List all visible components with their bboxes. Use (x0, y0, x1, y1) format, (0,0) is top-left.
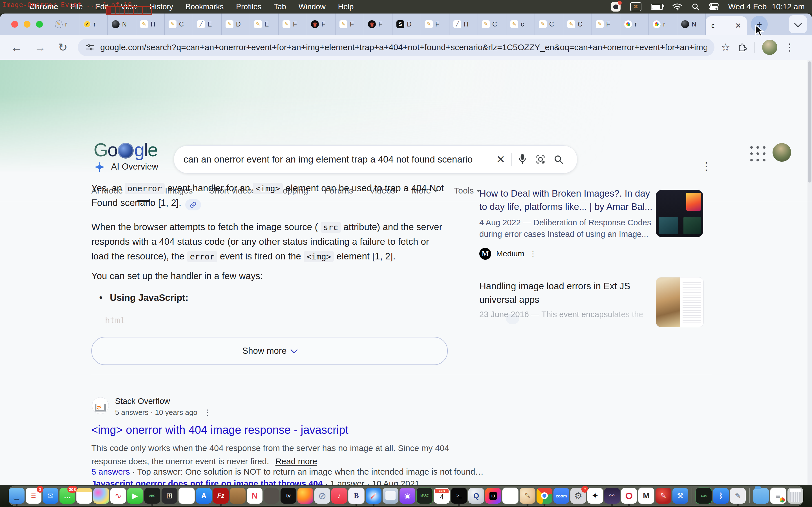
dock-apple-tv-icon[interactable]: tv (281, 488, 296, 504)
dock-cat-app-icon[interactable]: ^^ (604, 488, 620, 504)
dock-gray-pencil-app-icon[interactable]: ✎ (730, 488, 746, 504)
spotlight-icon[interactable] (692, 0, 700, 13)
tab-tools[interactable]: Tools (454, 186, 480, 202)
dock-tooth-app-icon[interactable]: M (638, 488, 654, 504)
dock-terminal-2-icon[interactable]: MARC (416, 488, 433, 504)
dock-inkscape-icon[interactable]: ✦ (587, 488, 603, 504)
pinned-tab-22[interactable]: r (649, 13, 677, 35)
dock-quicktime-icon[interactable]: Q (468, 488, 484, 504)
minimize-window-button[interactable] (24, 21, 31, 27)
wifi-icon[interactable] (672, 0, 682, 13)
menubar-clock[interactable]: Wed 4 Feb10:12 am (728, 2, 805, 11)
result-menu-icon[interactable]: ⋮ (204, 408, 211, 417)
dock-facetime-icon[interactable]: ▶ (127, 488, 143, 504)
dock-podcasts-icon[interactable]: ◉ (400, 488, 415, 504)
pinned-tab-17[interactable]: ✎c (506, 13, 535, 35)
dock-firefox-icon[interactable] (297, 488, 313, 504)
dock-textedit-icon[interactable] (179, 488, 195, 504)
menu-tab[interactable]: Tab (274, 3, 286, 11)
result-title-link[interactable]: <img> onerror with 404 image response - … (91, 424, 349, 436)
card-menu-icon[interactable]: ⋮ (529, 249, 537, 258)
pinned-tab-13[interactable]: SD (393, 13, 421, 35)
dock-app-store-icon[interactable]: A (196, 488, 212, 504)
dock-music-icon[interactable]: ♪ (331, 488, 347, 504)
dock-apple-news-icon[interactable]: N (247, 488, 262, 504)
dock-messages-icon[interactable]: …208 (59, 488, 75, 504)
source-name[interactable]: Medium (496, 249, 524, 258)
dock-filezilla-icon[interactable]: Fz (213, 488, 229, 504)
pinned-tab-19[interactable]: ✎C (563, 13, 592, 35)
dock-chrome-icon[interactable] (537, 488, 552, 504)
menu-window[interactable]: Window (299, 3, 326, 11)
dock-doc-stack-icon[interactable]: ≣ (770, 488, 786, 504)
search-query-text[interactable]: can an onerror event for an img element … (184, 154, 492, 165)
extensions-icon[interactable] (738, 43, 747, 52)
keyboard-icon[interactable]: ⌘ (630, 2, 642, 11)
dock-calculator-icon[interactable]: ⊞ (161, 488, 177, 504)
address-bar[interactable]: google.com/search?q=can+an+onerror+event… (78, 39, 714, 56)
close-tab-icon[interactable]: ✕ (735, 21, 741, 30)
url-text[interactable]: google.com/search?q=can+an+onerror+event… (100, 43, 707, 52)
dock-mail-icon[interactable]: ✉ (43, 488, 58, 504)
maximize-window-button[interactable] (36, 21, 43, 27)
dock-intellij-icon[interactable]: IJ (485, 488, 501, 504)
forward-button[interactable]: → (35, 41, 46, 54)
source-card-thumbnail[interactable] (656, 277, 704, 327)
google-account-avatar[interactable] (772, 143, 791, 162)
dock-iterm-icon[interactable]: >_ (451, 488, 467, 504)
pinned-tab-11[interactable]: ✎F (336, 13, 364, 35)
scrollbar[interactable] (808, 60, 812, 485)
dock-bluetooth-exchange-icon[interactable]: ᛒ (713, 488, 729, 504)
pinned-tab-4[interactable]: ✎H (136, 13, 165, 35)
result-source-name[interactable]: Stack Overflow (115, 397, 170, 406)
site-settings-icon[interactable] (86, 43, 94, 52)
dock-pages-doc-icon[interactable] (502, 488, 518, 504)
ai-overview-menu-icon[interactable]: ⋮ (701, 160, 712, 172)
pinned-tab-23[interactable]: N (677, 13, 706, 35)
reload-button[interactable]: ↻ (58, 41, 68, 54)
dock-notes-icon[interactable] (77, 488, 92, 504)
pinned-tab-3[interactable]: N (108, 13, 136, 35)
menu-help[interactable]: Help (338, 3, 354, 11)
close-window-button[interactable] (11, 21, 18, 27)
dock-downloads-folder-icon[interactable] (753, 488, 769, 504)
pinned-tab-12[interactable]: ◉F (364, 13, 393, 35)
browser-menu-icon[interactable]: ⋮ (784, 41, 795, 53)
pinned-tab-7[interactable]: ✎D (221, 13, 250, 35)
dock-terminal-dark-icon[interactable]: ABC (144, 488, 160, 504)
dock-reminders-icon[interactable]: ☰3 (26, 488, 42, 504)
scrollbar-thumb[interactable] (808, 61, 811, 182)
pinned-tab-6[interactable]: ╱E (193, 13, 221, 35)
back-button[interactable]: ← (11, 41, 22, 54)
answers-link[interactable]: 5 answers (91, 467, 130, 476)
search-box[interactable]: can an onerror event for an img element … (174, 145, 577, 173)
voice-search-icon[interactable] (513, 154, 531, 165)
dock-gimp-icon[interactable] (264, 488, 280, 504)
menu-profiles[interactable]: Profiles (236, 3, 261, 11)
dock-trash-icon[interactable] (788, 488, 803, 504)
menu-history[interactable]: History (149, 3, 173, 11)
battery-icon[interactable] (651, 4, 663, 10)
pinned-tab-2[interactable]: ✓r (79, 13, 108, 35)
source-card-title[interactable]: Handling image load errors in Ext JS uni… (479, 279, 654, 306)
dock-contacts-icon[interactable] (230, 488, 246, 504)
pinned-tab-14[interactable]: ✎F (421, 13, 449, 35)
pinned-tab-20[interactable]: ✎F (592, 13, 620, 35)
bookmark-star-icon[interactable]: ☆ (721, 41, 730, 53)
pinned-tab-15[interactable]: ╱H (449, 13, 478, 35)
menu-bookmarks[interactable]: Bookmarks (186, 3, 223, 11)
dock-blocked-app-icon[interactable]: ⊘ (314, 488, 330, 504)
read-more-link[interactable]: Read more (275, 457, 317, 466)
search-submit-icon[interactable] (550, 154, 567, 165)
notification-app-icon[interactable] (611, 2, 620, 11)
source-card-title[interactable]: How to Deal with Broken Images?. In day … (479, 187, 660, 214)
citation-link-icon[interactable] (185, 199, 201, 210)
pinned-tab-10[interactable]: ◉F (307, 13, 336, 35)
dock-zoom-icon[interactable]: zoom (553, 488, 569, 504)
dock-launchpad-icon[interactable] (93, 488, 109, 504)
pinned-tab-18[interactable]: ✎C (535, 13, 563, 35)
google-logo[interactable]: Gogle (94, 139, 157, 161)
control-center-icon[interactable] (709, 0, 719, 13)
dock-safari-icon[interactable] (366, 488, 382, 504)
show-more-button[interactable]: Show more (91, 337, 448, 365)
